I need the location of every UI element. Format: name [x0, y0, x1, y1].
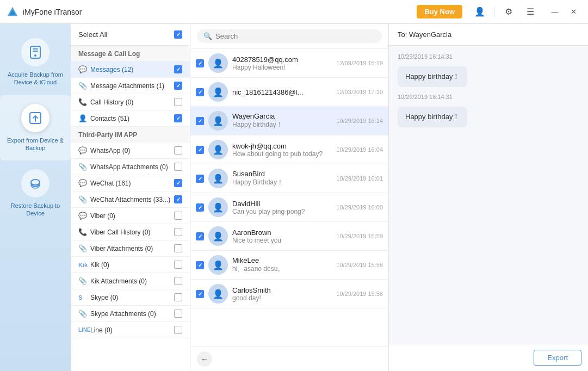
- message-item[interactable]: 👤 402878519@qq.com Happy Halloween! 12/0…: [190, 49, 388, 78]
- message-item[interactable]: 👤 nic_18161214386@l... 12/03/2019 17:10: [190, 78, 388, 107]
- viber-checkbox[interactable]: [174, 212, 182, 220]
- search-input[interactable]: [215, 32, 375, 40]
- kik-attach-checkbox[interactable]: [174, 277, 182, 285]
- sidebar-item-acquire[interactable]: Acquire Backup from Device & iCloud: [0, 29, 71, 95]
- message-item[interactable]: 👤 kwok-jh@qq.com How about going to pub …: [190, 135, 388, 164]
- tree-item-skype-attachments[interactable]: 📎 Skype Attachments (0): [71, 306, 190, 322]
- msg-item-checkbox[interactable]: [196, 290, 204, 298]
- title-bar-icons: 👤 ⚙ ☰: [472, 4, 538, 20]
- msg-time: 10/29/2019 15:58: [336, 262, 383, 268]
- msg-item-checkbox[interactable]: [196, 146, 204, 154]
- msg-checkbox-8[interactable]: [196, 261, 204, 269]
- msg-item-checkbox[interactable]: [196, 117, 204, 125]
- wechat-attach-icon: 📎: [78, 195, 87, 203]
- msg-meta: 10/29/2019 16:14: [336, 118, 383, 124]
- msg-attach-checkbox[interactable]: [174, 82, 182, 90]
- title-bar-actions: Buy Now 👤 ⚙ ☰ — ✕: [417, 4, 581, 20]
- avatar: 👤: [208, 169, 228, 188]
- detail-messages: 10/29/2019 16:14:31Happy birthday！10/29/…: [389, 46, 588, 344]
- tree-item-whatsapp[interactable]: 💬 WhatsApp (0): [71, 143, 190, 159]
- tree-item-wechat[interactable]: 💬 WeChat (161): [71, 175, 190, 191]
- detail-timestamp: 10/29/2019 16:14:31: [398, 52, 579, 61]
- msg-preview: How about going to pub today?: [232, 150, 332, 158]
- settings-icon[interactable]: ⚙: [501, 4, 516, 20]
- viber-attach-checkbox[interactable]: [174, 244, 182, 252]
- msg-checkbox-6[interactable]: [196, 203, 204, 212]
- message-item[interactable]: 👤 DavidHill Can you play ping-pong? 10/2…: [190, 193, 388, 222]
- wechat-icon: 💬: [78, 179, 87, 187]
- viber-attach-label: Viber Attachments (0): [90, 245, 171, 252]
- wechat-checkbox[interactable]: [174, 179, 182, 187]
- msg-checkbox-9[interactable]: [196, 290, 204, 298]
- minimize-button[interactable]: —: [547, 4, 563, 20]
- kik-checkbox[interactable]: [174, 261, 182, 269]
- svg-point-5: [34, 54, 36, 57]
- tree-item-call-history[interactable]: 📞 Call History (0): [71, 94, 190, 110]
- msg-checkbox-3[interactable]: [196, 117, 204, 125]
- avatar: 👤: [208, 284, 228, 304]
- msg-preview: Happy birthday！: [232, 120, 332, 129]
- msg-checkbox-7[interactable]: [196, 232, 204, 240]
- msg-item-checkbox[interactable]: [196, 203, 204, 212]
- app-icon: [7, 6, 18, 18]
- msg-item-checkbox[interactable]: [196, 59, 204, 67]
- msg-item-checkbox[interactable]: [196, 88, 204, 96]
- contacts-checkbox[interactable]: [174, 114, 182, 122]
- message-item[interactable]: 👤 WayenGarcia Happy birthday！ 10/29/2019…: [190, 107, 388, 135]
- msg-item-checkbox[interactable]: [196, 175, 204, 183]
- tree-item-skype[interactable]: S Skype (0): [71, 289, 190, 306]
- title-bar: iMyFone iTransor Buy Now 👤 ⚙ ☰ — ✕: [0, 0, 588, 24]
- call-history-checkbox[interactable]: [174, 98, 182, 106]
- tree-item-wechat-attachments[interactable]: 📎 WeChat Attachments (33...): [71, 191, 190, 208]
- tree-item-viber[interactable]: 💬 Viber (0): [71, 208, 190, 224]
- msg-checkbox-1[interactable]: [196, 59, 204, 67]
- msg-meta: 10/29/2019 16:04: [336, 146, 383, 153]
- select-all-row[interactable]: Select All: [71, 24, 190, 46]
- message-item[interactable]: 👤 CarlosSmith good day! 10/29/2019 15:58: [190, 280, 388, 308]
- menu-icon[interactable]: ☰: [523, 4, 538, 20]
- detail-footer: Export: [389, 344, 588, 371]
- msg-checkbox-4[interactable]: [196, 146, 204, 154]
- back-arrow-button[interactable]: ←: [197, 351, 212, 367]
- close-button[interactable]: ✕: [565, 4, 581, 20]
- msg-content: kwok-jh@qq.com How about going to pub to…: [232, 142, 332, 158]
- select-all-checkbox[interactable]: [174, 30, 182, 39]
- viber-call-checkbox[interactable]: [174, 228, 182, 236]
- msg-content: WayenGarcia Happy birthday！: [232, 112, 332, 129]
- sidebar-item-export[interactable]: Export from Device & Backup: [0, 95, 71, 161]
- avatar: 👤: [208, 53, 228, 73]
- msg-item-checkbox[interactable]: [196, 232, 204, 240]
- whatsapp-attach-checkbox[interactable]: [174, 163, 182, 171]
- acquire-icon: [21, 38, 49, 66]
- message-item[interactable]: 👤 SusanBird Happy Birthday！ 10/29/2019 1…: [190, 164, 388, 193]
- msg-checkbox-2[interactable]: [196, 88, 204, 96]
- tree-item-kik[interactable]: Kik Kik (0): [71, 257, 190, 273]
- wechat-attach-checkbox[interactable]: [174, 195, 182, 203]
- export-button[interactable]: Export: [534, 350, 581, 366]
- line-checkbox[interactable]: [174, 326, 182, 334]
- msg-item-checkbox[interactable]: [196, 261, 204, 269]
- buy-now-button[interactable]: Buy Now: [417, 5, 462, 18]
- message-item[interactable]: 👤 MikeLee hi、asano desu。 10/29/2019 15:5…: [190, 251, 388, 280]
- msg-checkbox-5[interactable]: [196, 175, 204, 183]
- sidebar-item-restore[interactable]: Restore Backup to Device: [0, 160, 71, 226]
- message-item[interactable]: 👤 AaronBrown Nice to meet you 10/29/2019…: [190, 222, 388, 251]
- user-icon[interactable]: 👤: [472, 4, 487, 20]
- search-icon: 🔍: [203, 32, 212, 40]
- tree-item-viber-attachments[interactable]: 📎 Viber Attachments (0): [71, 240, 190, 257]
- tree-item-messages[interactable]: 💬 Messages (12): [71, 61, 190, 78]
- msg-meta: 10/29/2019 15:58: [336, 290, 383, 297]
- tree-item-contacts[interactable]: 👤 Contacts (51): [71, 110, 190, 127]
- skype-attach-checkbox[interactable]: [174, 310, 182, 318]
- tree-item-viber-call-history[interactable]: 📞 Viber Call History (0): [71, 224, 190, 240]
- whatsapp-checkbox[interactable]: [174, 146, 182, 154]
- detail-to-label: To:: [398, 30, 409, 39]
- search-input-wrap[interactable]: 🔍: [197, 29, 382, 43]
- tree-item-whatsapp-attachments[interactable]: 📎 WhatsApp Attachments (0): [71, 159, 190, 175]
- tree-item-message-attachments[interactable]: 📎 Message Attachments (1): [71, 78, 190, 94]
- skype-checkbox[interactable]: [174, 293, 182, 301]
- detail-timestamp: 10/29/2019 16:14:31: [398, 92, 579, 101]
- tree-item-kik-attachments[interactable]: 📎 Kik Attachments (0): [71, 273, 190, 289]
- tree-item-line[interactable]: LINE Line (0): [71, 322, 190, 338]
- messages-checkbox[interactable]: [174, 65, 182, 73]
